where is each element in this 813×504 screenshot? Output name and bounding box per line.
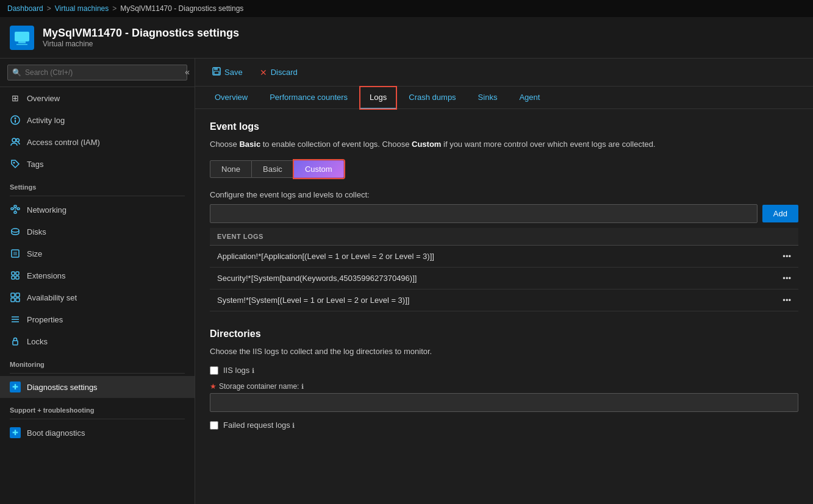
search-icon: 🔍 — [12, 68, 21, 77]
save-icon — [212, 67, 221, 77]
discard-icon: ✕ — [260, 68, 267, 77]
discard-label: Discard — [271, 68, 298, 77]
iis-logs-info-icon: ℹ — [252, 367, 254, 374]
svg-rect-10 — [14, 205, 16, 207]
sidebar-item-size[interactable]: Size — [0, 243, 195, 264]
support-divider — [10, 419, 185, 419]
sidebar-item-properties[interactable]: Properties — [0, 308, 195, 330]
svg-rect-19 — [12, 272, 15, 275]
storage-info-icon: ℹ — [301, 383, 304, 391]
sidebar-item-label: Extensions — [27, 271, 66, 280]
tabs-bar: Overview Performance counters Logs Crash… — [195, 87, 813, 109]
sidebar-item-activity-log[interactable]: Activity log — [0, 109, 195, 131]
tab-performance-counters[interactable]: Performance counters — [260, 87, 357, 109]
sidebar-item-tags[interactable]: Tags — [0, 153, 195, 175]
svg-point-8 — [13, 162, 15, 164]
iis-logs-checkbox[interactable] — [210, 366, 218, 375]
failed-request-logs-checkbox[interactable] — [210, 421, 218, 430]
breadcrumb-vms[interactable]: Virtual machines — [55, 4, 109, 13]
event-logs-column-header: EVENT LOGS — [210, 228, 745, 246]
add-event-log-button[interactable]: Add — [762, 205, 798, 222]
table-row: System!*[System[(Level = 1 or Level = 2 … — [210, 289, 798, 311]
breadcrumb-dashboard[interactable]: Dashboard — [7, 4, 43, 13]
row-actions-2[interactable]: ••• — [745, 289, 798, 311]
event-logs-actions-header — [745, 228, 798, 246]
tab-overview[interactable]: Overview — [205, 87, 257, 109]
availability-set-icon — [10, 292, 21, 303]
iis-logs-row: IIS logs ℹ — [210, 366, 798, 375]
sidebar-item-diagnostics-settings[interactable]: ✚ Diagnostics settings — [0, 376, 195, 398]
sidebar-item-label: Tags — [27, 160, 43, 169]
sidebar-item-label: Overview — [27, 94, 60, 103]
option-basic[interactable]: Basic — [252, 160, 294, 178]
sidebar-item-boot-diagnostics[interactable]: ✚ Boot diagnostics — [0, 422, 195, 444]
required-star: ★ — [210, 382, 217, 391]
tags-icon — [10, 158, 21, 169]
svg-rect-24 — [16, 293, 20, 297]
svg-rect-20 — [16, 272, 19, 275]
sidebar-item-locks[interactable]: Locks — [0, 330, 195, 352]
event-log-input[interactable] — [210, 204, 757, 223]
header-text: MySqlVM11470 - Diagnostics settings Virt… — [43, 27, 239, 48]
event-log-value: Security!*[System[band(Keywords,45035996… — [210, 267, 745, 289]
vm-icon — [10, 26, 34, 50]
page-title: MySqlVM11470 - Diagnostics settings — [43, 27, 239, 40]
svg-rect-23 — [11, 293, 15, 297]
svg-rect-18 — [13, 252, 17, 255]
settings-section-label: Settings — [0, 175, 195, 193]
iam-icon — [10, 137, 21, 147]
svg-point-4 — [15, 118, 16, 119]
settings-divider — [10, 196, 185, 196]
disks-icon — [10, 226, 21, 237]
storage-container-label: ★ Storage container name: ℹ — [210, 382, 798, 391]
locks-icon — [10, 336, 21, 347]
failed-request-logs-label: Failed request logs ℹ — [223, 421, 295, 430]
svg-point-7 — [16, 139, 20, 142]
content-scroll: Event logs Choose Basic to enable collec… — [195, 109, 813, 504]
svg-rect-30 — [13, 341, 18, 345]
collapse-sidebar-button[interactable]: « — [180, 65, 195, 79]
size-icon — [10, 248, 21, 259]
diagnostics-icon: ✚ — [10, 382, 21, 392]
sidebar-item-networking[interactable]: Networking — [0, 199, 195, 221]
sidebar-item-availability-set[interactable]: Availability set — [0, 286, 195, 308]
svg-rect-22 — [16, 276, 19, 279]
table-row: Application!*[Application[(Level = 1 or … — [210, 245, 798, 267]
search-input[interactable] — [7, 65, 187, 80]
content-area: Save ✕ Discard Overview Performance coun… — [195, 59, 813, 504]
row-actions-0[interactable]: ••• — [745, 245, 798, 267]
sidebar-item-iam[interactable]: Access control (IAM) — [0, 131, 195, 153]
sidebar: 🔍 « ⊞ Overview Activity log Access contr… — [0, 59, 195, 504]
option-none[interactable]: None — [210, 160, 252, 178]
directories-title: Directories — [210, 328, 798, 339]
failed-logs-info-icon: ℹ — [292, 422, 295, 429]
svg-rect-33 — [214, 71, 219, 74]
option-custom[interactable]: Custom — [294, 160, 344, 178]
storage-container-input[interactable] — [210, 393, 798, 412]
overview-icon: ⊞ — [10, 93, 21, 104]
svg-rect-26 — [16, 298, 20, 302]
event-logs-table: EVENT LOGS Application!*[Application[(Le… — [210, 228, 798, 311]
event-log-input-row: Add — [210, 204, 798, 223]
event-log-value: Application!*[Application[(Level = 1 or … — [210, 245, 745, 267]
tab-agent[interactable]: Agent — [509, 87, 550, 109]
tab-crash-dumps[interactable]: Crash dumps — [399, 87, 465, 109]
sidebar-item-extensions[interactable]: Extensions — [0, 264, 195, 286]
event-logs-title: Event logs — [210, 121, 798, 132]
tab-logs[interactable]: Logs — [360, 87, 396, 109]
breadcrumb: Dashboard > Virtual machines > MySqlVM11… — [0, 0, 813, 17]
save-button[interactable]: Save — [205, 63, 250, 81]
svg-point-6 — [12, 138, 16, 142]
sidebar-item-label: Availability set — [27, 293, 77, 302]
sidebar-item-disks[interactable]: Disks — [0, 221, 195, 243]
sidebar-item-label: Size — [27, 249, 42, 258]
page-subtitle: Virtual machine — [43, 40, 239, 48]
sidebar-item-label: Activity log — [27, 116, 65, 125]
save-label: Save — [224, 68, 243, 77]
sidebar-item-overview[interactable]: ⊞ Overview — [0, 87, 195, 109]
svg-point-16 — [12, 229, 19, 232]
discard-button[interactable]: ✕ Discard — [252, 64, 305, 81]
sidebar-item-label: Boot diagnostics — [27, 428, 85, 438]
row-actions-1[interactable]: ••• — [745, 267, 798, 289]
tab-sinks[interactable]: Sinks — [468, 87, 507, 109]
